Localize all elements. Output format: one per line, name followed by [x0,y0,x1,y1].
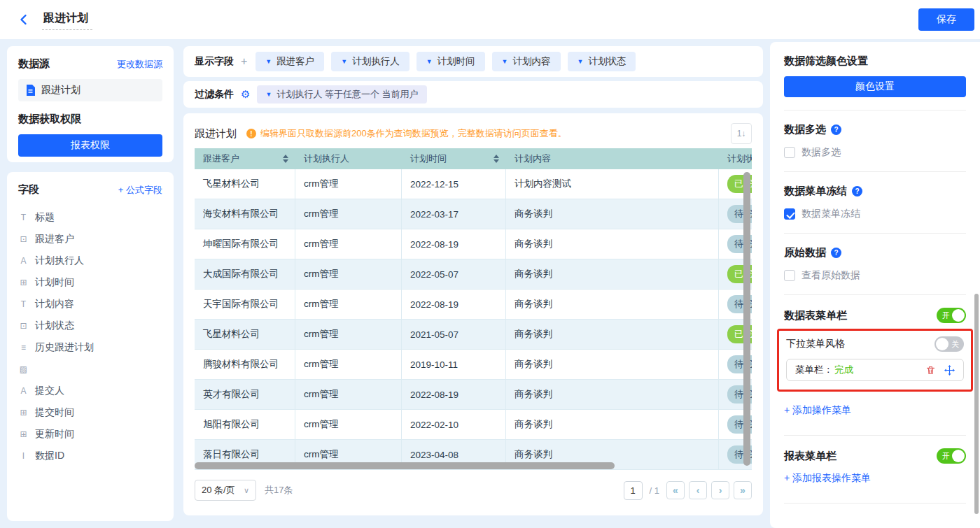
next-page-button[interactable]: › [711,481,729,499]
display-field-chip[interactable]: ▼ 跟进客户 [255,52,324,71]
fields-title: 字段 [18,183,39,197]
add-formula-field-link[interactable]: + 公式字段 [118,184,162,197]
report-permission-button[interactable]: 报表权限 [18,134,162,157]
field-item[interactable]: T 计划内容 [18,293,162,315]
page-size-select[interactable]: 20 条/页 ∨ [195,480,256,501]
table-menubar-toggle[interactable]: 开 [937,308,966,323]
table-horizontal-scrollbar[interactable] [195,462,615,469]
move-icon[interactable] [944,365,955,376]
current-page-input[interactable]: 1 [624,481,643,500]
field-item[interactable]: ⊡ 跟进客户 [18,228,162,250]
text-field-icon: T [18,213,29,222]
table-row: 飞星材料公司 crm管理 2021-05-07 商务谈判 已完成 [195,320,752,350]
datasource-item[interactable]: 跟进计划 [18,79,162,101]
divider [784,110,966,110]
table-column-header[interactable]: 计划时间 [402,148,506,169]
field-label: 数据ID [35,450,64,462]
prev-page-button[interactable]: ‹ [689,481,707,499]
annotation-highlight-box: 下拉菜单风格 关 菜单栏： 完成 [777,329,973,392]
display-field-chip[interactable]: ▼ 计划内容 [492,52,561,71]
table-vertical-scrollbar[interactable] [743,172,750,466]
field-label: 提交人 [35,385,64,397]
table-row: 坤曜国际有限公司 crm管理 2022-08-19 商务谈判 待完成 [195,229,752,259]
table-row: 海安材料有限公司 crm管理 2022-03-17 商务谈判 待完成 [195,199,752,229]
user-field-icon: A [18,386,29,396]
table-row: 英才有限公司 crm管理 2022-08-19 商务谈判 待完成 [195,380,752,410]
field-label: 历史跟进计划 [35,341,94,354]
table-column-header[interactable]: 计划状态 [719,148,752,169]
total-pages: / 1 [650,485,659,496]
display-field-chip[interactable]: ▼ 计划状态 [568,52,636,71]
display-field-chip-label: 计划内容 [513,55,551,68]
save-button[interactable]: 保存 [918,8,974,31]
field-item[interactable]: ⊞ 计划时间 [18,271,162,293]
table-column-header[interactable]: 计划执行人 [295,148,402,169]
multiselect-checkbox-label: 数据多选 [802,146,841,159]
menu-item-prefix: 菜单栏： [795,364,833,376]
field-label: 标题 [35,211,55,224]
trash-icon[interactable] [925,365,936,376]
fields-card: 字段 + 公式字段 T 标题 ⊡ 跟进客户 A 计划执行人 ⊞ 计划时间 T 计… [7,172,174,521]
table-column-header[interactable]: 计划内容 [506,148,719,169]
date-field-icon: ⊞ [18,408,29,418]
field-item[interactable]: ⊞ 提交时间 [18,401,162,423]
filter-settings-gear-icon[interactable]: ⚙ [241,88,250,101]
menu-freeze-checkbox[interactable] [784,208,795,220]
display-field-chip-label: 计划时间 [438,55,475,68]
divider [784,435,966,436]
help-icon[interactable]: ? [831,248,841,258]
help-icon[interactable]: ? [852,186,862,197]
display-fields-label: 显示字段 [195,55,234,68]
multiselect-checkbox[interactable] [784,147,795,158]
change-datasource-link[interactable]: 更改数据源 [117,58,162,71]
add-report-action-link[interactable]: + 添加报表操作菜单 [784,472,871,485]
first-page-button[interactable]: « [666,481,685,499]
display-field-chip[interactable]: ▼ 计划时间 [416,52,485,71]
fields-list: T 标题 ⊡ 跟进客户 A 计划执行人 ⊞ 计划时间 T 计划内容 ⊡ 计划状态… [18,206,162,466]
back-icon [18,13,30,26]
page-title[interactable]: 跟进计划 [42,10,92,30]
field-item[interactable]: A 计划执行人 [18,250,162,271]
table-column-header[interactable]: 跟进客户 [195,148,295,169]
table-menubar-title: 数据表菜单栏 [784,309,847,322]
sort-icon[interactable] [283,155,288,163]
field-item[interactable]: ▨ [18,358,162,380]
divider [784,233,966,234]
raw-data-checkbox[interactable] [784,270,795,281]
warning-text: 编辑界面只取数据源前200条作为查询数据预览，完整数据请访问页面查看。 [260,127,567,140]
divider [784,171,966,172]
filter-bar: 过滤条件 ⚙ ▼ 计划执行人 等于任意一个 当前用户 [183,81,763,108]
field-label: 跟进客户 [35,233,74,245]
color-settings-button[interactable]: 颜色设置 [784,76,966,97]
datasource-title: 数据源 [18,57,50,71]
help-icon[interactable]: ? [831,124,841,135]
report-menubar-toggle[interactable]: 开 [937,448,966,464]
filter-condition-chip[interactable]: ▼ 计划执行人 等于任意一个 当前用户 [257,85,426,104]
chevron-down-icon: ▼ [578,58,584,65]
id-field-icon: I [18,451,29,461]
menu-item[interactable]: 菜单栏： 完成 [786,359,964,381]
chevron-down-icon: ▼ [426,58,433,65]
table-title: 跟进计划 [195,127,237,141]
sort-order-button[interactable]: 1↓ [731,123,752,144]
left-sidebar: 数据源 更改数据源 跟进计划 数据获取权限 报表权限 字段 + 公式字段 T 标… [7,46,174,521]
display-field-chip[interactable]: ▼ 计划执行人 [331,52,409,71]
field-item[interactable]: A 提交人 [18,380,162,401]
menu-item-value: 完成 [834,364,853,376]
field-item[interactable]: T 标题 [18,206,162,228]
field-item[interactable]: I 数据ID [18,445,162,466]
add-display-field-button[interactable]: + [241,55,247,68]
main-area: 显示字段 + ▼ 跟进客户 ▼ 计划执行人 ▼ 计划时间 ▼ 计划内容 ▼ 计划… [183,46,763,515]
chevron-down-icon: ▼ [502,58,508,65]
last-page-button[interactable]: » [734,481,752,499]
field-item[interactable]: ⊡ 计划状态 [18,315,162,336]
sort-icon[interactable] [493,155,499,163]
field-item[interactable]: ≡ 历史跟进计划 [18,336,162,358]
table-row: 大成国际有限公司 crm管理 2022-05-07 商务谈判 已完成 [195,259,752,290]
page-scrollbar[interactable] [974,294,979,514]
user-field-icon: A [18,256,29,266]
field-item[interactable]: ⊞ 更新时间 [18,423,162,445]
back-button[interactable] [15,11,32,28]
dropdown-style-toggle[interactable]: 关 [934,336,964,352]
add-action-menu-link[interactable]: + 添加操作菜单 [784,404,851,417]
